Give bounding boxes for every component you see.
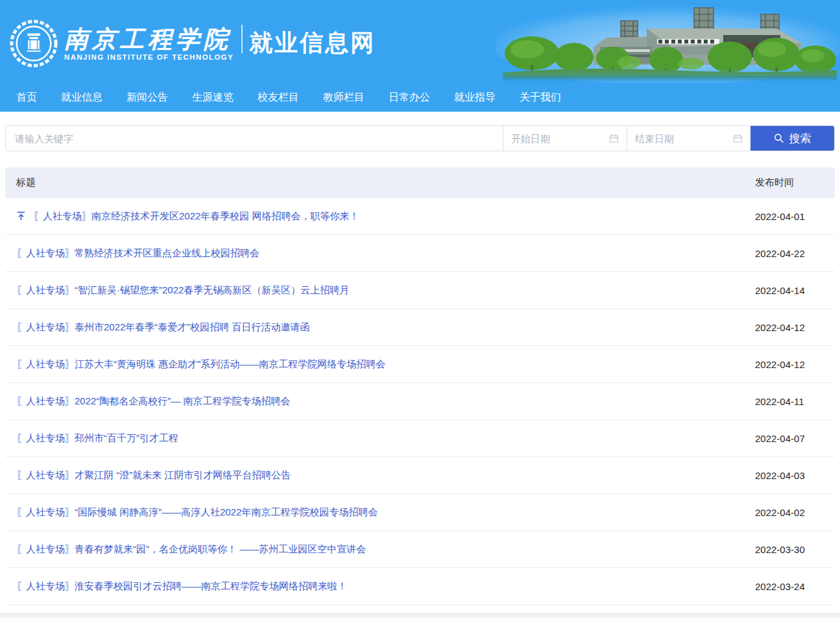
notice-title-link[interactable]: 〖人社专场〗淮安春季校园引才云招聘——南京工程学院专场网络招聘来啦！: [16, 580, 347, 593]
table-header: 标题 发布时间: [5, 167, 835, 198]
site-banner: 南京工程学院 NANJING INSTITUTE OF TECHNOLOGY 就…: [0, 0, 840, 83]
nav-item-2[interactable]: 新闻公告: [126, 91, 168, 105]
nav-item-1[interactable]: 就业信息: [61, 91, 102, 105]
notice-date: 2022-04-22: [755, 248, 835, 259]
notice-date: 2022-04-02: [755, 507, 835, 518]
university-name-en: NANJING INSTITUTE OF TECHNOLOGY: [64, 53, 234, 61]
nav-item-8[interactable]: 关于我们: [520, 91, 561, 105]
notice-date: 2022-03-30: [755, 544, 835, 555]
table-row: 〖人社专场〗淮安春季校园引才云招聘——南京工程学院专场网络招聘来啦！ 2022-…: [5, 568, 835, 605]
search-icon: [774, 133, 784, 143]
pinned-top-icon: [16, 211, 26, 221]
notice-title-link[interactable]: 〖人社专场〗“智汇新吴·锡望您来”2022春季无锡高新区（新吴区）云上招聘月: [16, 284, 349, 297]
nav-item-3[interactable]: 生源速览: [192, 91, 234, 105]
search-button-label: 搜索: [789, 131, 811, 146]
search-bar: 搜索: [5, 125, 835, 151]
calendar-icon: [609, 134, 619, 143]
notice-title-link[interactable]: 〖人社专场〗邳州市“百千万”引才工程: [16, 432, 178, 445]
table-row: 〖人社专场〗南京经济技术开发区2022年春季校园 网络招聘会，职等你来！ 202…: [5, 198, 835, 235]
search-button[interactable]: 搜索: [750, 126, 834, 151]
brand-block: 南京工程学院 NANJING INSTITUTE OF TECHNOLOGY 就…: [8, 18, 376, 69]
start-date-input[interactable]: [511, 133, 605, 144]
table-row: 〖人社专场〗“国际慢城 闲静高淳”——高淳人社2022年南京工程学院校园专场招聘…: [5, 494, 835, 531]
notice-title-link[interactable]: 〖人社专场〗南京经济技术开发区2022年春季校园 网络招聘会，职等你来！: [33, 210, 359, 223]
notice-title-link[interactable]: 〖人社专场〗“国际慢城 闲静高淳”——高淳人社2022年南京工程学院校园专场招聘…: [16, 506, 378, 519]
table-row: 〖人社专场〗才聚江阴 “澄”就未来 江阴市引才网络平台招聘公告 2022-04-…: [5, 457, 835, 494]
notice-date: 2022-04-12: [755, 322, 835, 333]
table-row: 〖人社专场〗“智汇新吴·锡望您来”2022春季无锡高新区（新吴区）云上招聘月 2…: [5, 272, 835, 309]
notice-date: 2022-04-03: [755, 470, 835, 481]
table-row: 〖人社专场〗2022“陶都名企高校行”— 南京工程学院专场招聘会 2022-04…: [5, 383, 835, 420]
nav-item-4[interactable]: 校友栏目: [258, 91, 299, 105]
table-row: 〖人社专场〗邳州市“百千万”引才工程 2022-04-07: [5, 420, 835, 457]
notice-title-link[interactable]: 〖人社专场〗江苏大丰“黄海明珠 惠企助才”系列活动——南京工程学院网络专场招聘会: [16, 358, 385, 371]
end-date-field[interactable]: [627, 126, 750, 151]
table-row: 〖人社专场〗常熟经济技术开区重点企业线上校园招聘会 2022-04-22: [5, 235, 835, 272]
nav-item-7[interactable]: 就业指导: [454, 91, 496, 105]
main-nav: 首页就业信息新闻公告生源速览校友栏目教师栏目日常办公就业指导关于我们: [0, 83, 840, 112]
table-row: 〖人社专场〗江苏大丰“黄海明珠 惠企助才”系列活动——南京工程学院网络专场招聘会…: [5, 346, 835, 383]
notice-list: 〖人社专场〗南京经济技术开发区2022年春季校园 网络招聘会，职等你来！ 202…: [5, 198, 835, 605]
university-logo-icon: [8, 18, 59, 69]
notice-table: 标题 发布时间 〖人社专场〗南京经济技术开发区2022年春季校园 网络招聘会，职…: [5, 167, 835, 605]
column-header-title: 标题: [5, 177, 755, 189]
table-row: 〖人社专场〗青春有梦就来“园”，名企优岗职等你！ ——苏州工业园区空中宣讲会 2…: [5, 531, 835, 568]
notice-title-link[interactable]: 〖人社专场〗泰州市2022年春季“泰爱才”校园招聘 百日行活动邀请函: [16, 321, 310, 334]
notice-title-link[interactable]: 〖人社专场〗青春有梦就来“园”，名企优岗职等你！ ——苏州工业园区空中宣讲会: [16, 543, 366, 556]
footer-strip: [0, 613, 840, 618]
notice-date: 2022-04-07: [755, 433, 835, 444]
notice-title-link[interactable]: 〖人社专场〗常熟经济技术开区重点企业线上校园招聘会: [16, 247, 259, 260]
nav-item-0[interactable]: 首页: [16, 91, 37, 105]
university-name-cn: 南京工程学院: [64, 26, 234, 53]
keyword-input[interactable]: [6, 126, 503, 151]
notice-date: 2022-04-01: [755, 211, 835, 222]
campus-photo: [496, 0, 840, 83]
column-header-date: 发布时间: [755, 177, 835, 189]
calendar-icon: [733, 134, 743, 143]
notice-title-link[interactable]: 〖人社专场〗才聚江阴 “澄”就未来 江阴市引才网络平台招聘公告: [16, 469, 291, 482]
site-title: 就业信息网: [249, 27, 376, 59]
end-date-input[interactable]: [635, 133, 729, 144]
notice-date: 2022-03-24: [755, 581, 835, 592]
notice-title-link[interactable]: 〖人社专场〗2022“陶都名企高校行”— 南京工程学院专场招聘会: [16, 395, 291, 408]
table-row: 〖人社专场〗泰州市2022年春季“泰爱才”校园招聘 百日行活动邀请函 2022-…: [5, 309, 835, 346]
nav-item-6[interactable]: 日常办公: [389, 91, 430, 105]
brand-divider: [241, 25, 243, 53]
nav-item-5[interactable]: 教师栏目: [323, 91, 365, 105]
notice-date: 2022-04-14: [755, 285, 835, 296]
start-date-field[interactable]: [503, 126, 627, 151]
notice-date: 2022-04-11: [755, 396, 835, 407]
notice-date: 2022-04-12: [755, 359, 835, 370]
